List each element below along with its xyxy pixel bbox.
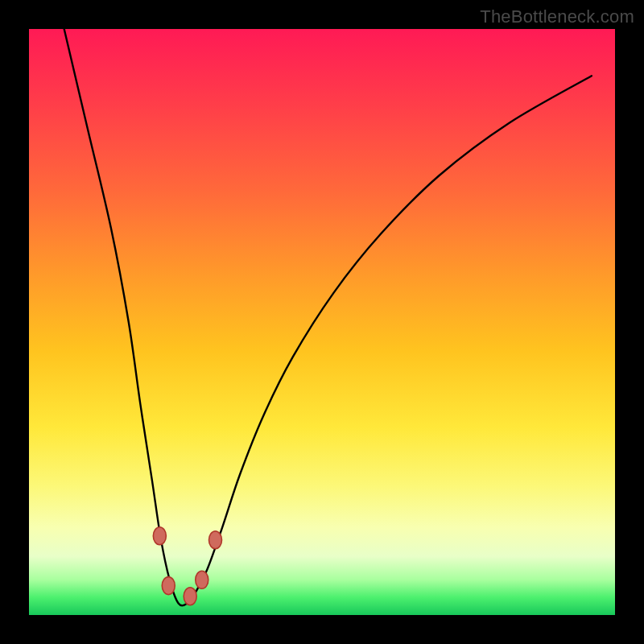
bottleneck-curve xyxy=(64,29,592,605)
curve-marker xyxy=(153,527,166,545)
curve-markers xyxy=(153,527,221,605)
plot-area xyxy=(29,29,615,615)
curve-svg xyxy=(29,29,615,615)
curve-marker xyxy=(184,588,196,605)
curve-marker xyxy=(209,531,222,549)
chart-frame: TheBottleneck.com xyxy=(0,0,644,644)
curve-marker xyxy=(162,577,175,595)
watermark-text: TheBottleneck.com xyxy=(480,6,634,27)
curve-marker xyxy=(196,571,208,588)
